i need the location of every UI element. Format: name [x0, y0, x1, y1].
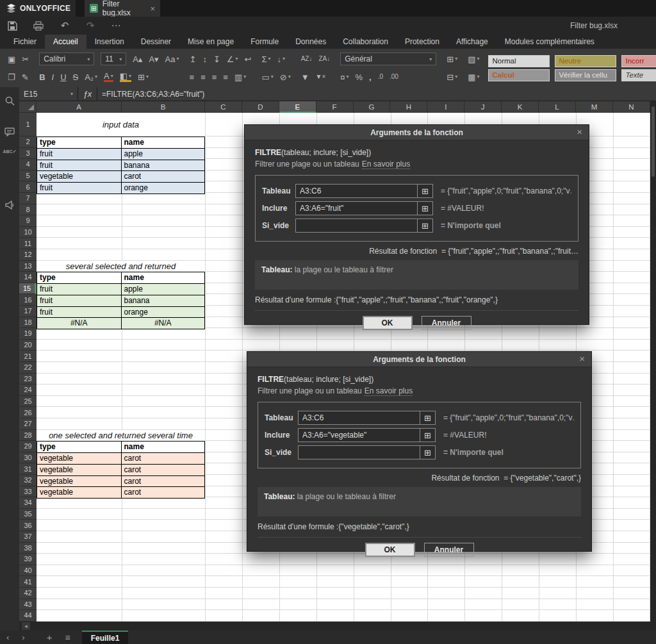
table-row[interactable]: vegetablecarot [37, 465, 204, 476]
row-header-12[interactable]: 12 [19, 249, 37, 261]
menu-tab-mise-en-page[interactable]: Mise en page [179, 35, 242, 49]
cancel-button[interactable]: Annuler [424, 543, 474, 557]
menu-tab-modules-compl-mentaires[interactable]: Modules complémentaires [496, 35, 603, 49]
column-header-M[interactable]: M [576, 101, 613, 113]
menu-tab-protection[interactable]: Protection [397, 35, 448, 49]
cell[interactable]: name [122, 272, 205, 283]
more-actions-icon[interactable]: ⋯ [110, 20, 122, 31]
cell[interactable]: orange [122, 183, 205, 194]
range-select-icon[interactable]: ⊞ [417, 185, 432, 197]
column-header-F[interactable]: F [316, 101, 354, 113]
column-header-C[interactable]: C [205, 101, 242, 113]
merge-cells-icon[interactable]: ▥▾ [234, 73, 246, 81]
borders-icon[interactable]: ⊞▾ [138, 73, 149, 81]
column-header-A[interactable]: A [37, 101, 122, 113]
orientation-icon[interactable]: ∠▾ [227, 55, 238, 63]
row-header-13[interactable]: 13 [19, 261, 37, 272]
row-header-20[interactable]: 20 [19, 340, 37, 351]
row-header-25[interactable]: 25 [19, 396, 37, 408]
row-header-29[interactable]: 29 [19, 441, 37, 452]
row-header-33[interactable]: 33 [19, 486, 37, 498]
menu-tab-fichier[interactable]: Fichier [5, 35, 45, 49]
row-header-4[interactable]: 4 [19, 159, 37, 170]
cell[interactable]: #N/A [37, 318, 122, 329]
filter-icon[interactable]: ▼ [301, 73, 309, 81]
cell[interactable]: fruit [37, 149, 122, 160]
align-right-icon[interactable]: ≡ [212, 73, 217, 81]
justify-icon[interactable]: ≡ [223, 73, 228, 81]
print-icon[interactable] [33, 21, 45, 31]
format-painter-icon[interactable]: ✎ [22, 73, 29, 81]
insert-function-button[interactable]: ƒx [78, 87, 97, 101]
percent-style-icon[interactable]: % [355, 73, 363, 81]
row-header-9[interactable]: 9 [19, 215, 37, 227]
prev-sheet-icon[interactable]: ‹ [0, 631, 15, 644]
cell-style-incorr[interactable]: Incorr [621, 55, 656, 67]
tableau-input[interactable] [299, 411, 420, 424]
align-bottom-icon[interactable]: ↧ [213, 55, 220, 63]
table-row[interactable]: #N/A#N/A [37, 318, 204, 329]
range-select-icon[interactable]: ⊞ [420, 411, 435, 424]
font-color-icon[interactable]: A▾ [104, 72, 113, 82]
tableau-input[interactable] [296, 185, 417, 197]
row-header-44[interactable]: 44 [19, 610, 37, 622]
sheet-list-icon[interactable]: ≡ [58, 631, 76, 644]
row-header-11[interactable]: 11 [19, 238, 37, 249]
column-header-J[interactable]: J [464, 101, 502, 113]
insert-cells-icon[interactable]: ⊞▾ [447, 55, 457, 63]
column-header-G[interactable]: G [354, 101, 391, 113]
si-vide-input[interactable] [296, 219, 417, 232]
inclure-input[interactable] [296, 202, 417, 215]
row-header-22[interactable]: 22 [19, 362, 37, 374]
cell-style-texte[interactable]: Texte [621, 69, 656, 81]
learn-more-link[interactable]: En savoir plus [362, 160, 410, 169]
row-header-15[interactable]: 15 [19, 283, 37, 295]
menu-tab-affichage[interactable]: Affichage [448, 35, 496, 49]
table-row[interactable]: fruitbanana [37, 160, 204, 172]
menu-tab-collaboration[interactable]: Collaboration [334, 35, 397, 49]
cell[interactable]: banana [122, 160, 205, 171]
row-header-23[interactable]: 23 [19, 374, 37, 385]
table-row[interactable]: typename [37, 272, 204, 284]
table-row[interactable]: fruitapple [37, 284, 204, 295]
comments-icon[interactable] [4, 128, 15, 139]
menu-tab-dessiner[interactable]: Dessiner [133, 35, 179, 49]
font-name-select[interactable]: Calibri▾ [39, 53, 94, 65]
decrease-decimal-icon[interactable]: .0 [378, 74, 383, 80]
row-header-40[interactable]: 40 [19, 565, 37, 577]
cell[interactable]: vegetable [37, 453, 122, 464]
row-header-34[interactable]: 34 [19, 497, 37, 509]
number-format-select[interactable]: Général▾ [340, 53, 436, 65]
fill-color-icon[interactable]: ◧▾ [120, 72, 131, 82]
inclure-input[interactable] [299, 429, 420, 442]
row-header-38[interactable]: 38 [19, 543, 37, 554]
named-ranges-icon[interactable]: ▭▾ [261, 73, 273, 81]
table-row[interactable]: typename [37, 137, 204, 149]
scroll-left-icon[interactable]: ◂ [22, 622, 30, 630]
cell[interactable]: type [37, 442, 122, 452]
cell[interactable]: carot [122, 465, 205, 475]
cell-style-v-rifier-la-cellu[interactable]: Vérifier la cellu [555, 69, 616, 81]
fill-icon[interactable]: ↓▾ [277, 55, 285, 63]
next-sheet-icon[interactable]: › [15, 631, 31, 644]
row-header-10[interactable]: 10 [19, 227, 37, 238]
table-row[interactable]: vegetablecarot [37, 453, 204, 465]
table-row[interactable]: fruitorange [37, 183, 204, 194]
row-header-42[interactable]: 42 [19, 588, 37, 599]
row-header-6[interactable]: 6 [19, 181, 37, 193]
row-header-21[interactable]: 21 [19, 351, 37, 362]
cell[interactable]: carot [122, 476, 205, 487]
row-header-43[interactable]: 43 [19, 599, 37, 611]
row-header-35[interactable]: 35 [19, 509, 37, 520]
row-header-36[interactable]: 36 [19, 520, 37, 531]
document-tab[interactable]: ⊞ Filter bug.xlsx × [85, 0, 160, 17]
table-row[interactable]: vegetablecarot [37, 487, 204, 498]
menu-tab-accueil[interactable]: Accueil [45, 35, 86, 49]
range-select-icon[interactable]: ⊞ [420, 446, 435, 459]
row-header-16[interactable]: 16 [19, 294, 37, 306]
name-box[interactable]: E15▾ [19, 87, 78, 101]
cell[interactable]: fruit [37, 307, 122, 318]
column-header-H[interactable]: H [391, 101, 428, 113]
cell[interactable]: carot [122, 487, 205, 498]
wrap-text-icon[interactable]: ↩ [245, 55, 252, 63]
